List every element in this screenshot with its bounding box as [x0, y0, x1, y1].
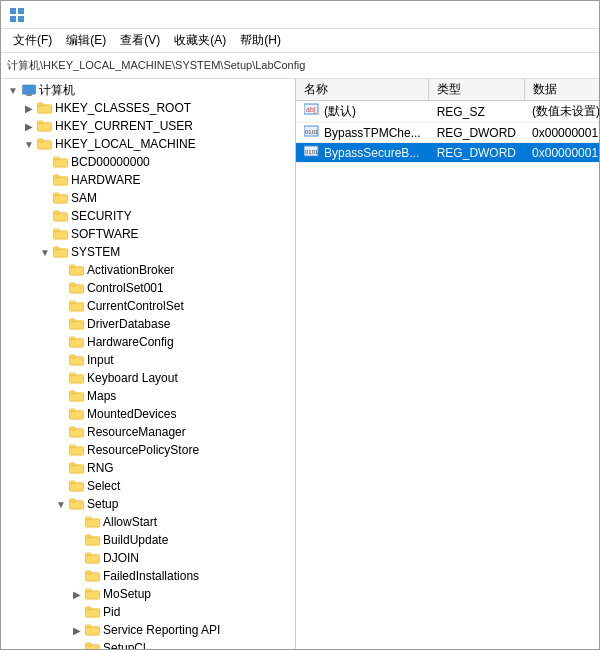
registry-row[interactable]: 0101BypassTPMChe...REG_DWORD0x00000001 (…: [296, 123, 599, 143]
expand-arrow[interactable]: [53, 442, 69, 458]
folder-icon: [53, 245, 69, 259]
tree-item-label: DriverDatabase: [87, 317, 170, 331]
tree-item-build-update[interactable]: BuildUpdate: [1, 531, 295, 549]
tree-item-service-reporting[interactable]: ▶Service Reporting API: [1, 621, 295, 639]
expand-arrow[interactable]: ▼: [53, 496, 69, 512]
menu-item[interactable]: 帮助(H): [234, 30, 287, 51]
expand-arrow[interactable]: [69, 514, 85, 530]
registry-pane[interactable]: 名称 类型 数据 ab|(默认)REG_SZ(数值未设置)0101BypassT…: [296, 79, 599, 649]
menu-item[interactable]: 收藏夹(A): [168, 30, 232, 51]
tree-item-failed-installations[interactable]: FailedInstallations: [1, 567, 295, 585]
tree-item-setup-cl[interactable]: SetupCl: [1, 639, 295, 649]
expand-arrow[interactable]: [53, 370, 69, 386]
tree-item-activation-broker[interactable]: ActivationBroker: [1, 261, 295, 279]
tree-item-pid[interactable]: Pid: [1, 603, 295, 621]
expand-arrow[interactable]: ▶: [21, 118, 37, 134]
tree-item-allow-start[interactable]: AllowStart: [1, 513, 295, 531]
folder-icon: [21, 83, 37, 97]
menu-item[interactable]: 编辑(E): [60, 30, 112, 51]
svg-rect-12: [54, 158, 68, 166]
expand-arrow[interactable]: ▶: [21, 100, 37, 116]
expand-arrow[interactable]: [53, 298, 69, 314]
tree-item-local-machine[interactable]: ▼HKEY_LOCAL_MACHINE: [1, 135, 295, 153]
tree-item-classes-root[interactable]: ▶HKEY_CLASSES_ROOT: [1, 99, 295, 117]
svg-rect-10: [38, 140, 52, 148]
tree-item-current-user[interactable]: ▶HKEY_CURRENT_USER: [1, 117, 295, 135]
main-content: ▼计算机▶HKEY_CLASSES_ROOT▶HKEY_CURRENT_USER…: [1, 79, 599, 649]
expand-arrow[interactable]: [53, 280, 69, 296]
expand-arrow[interactable]: [53, 262, 69, 278]
svg-rect-11: [38, 138, 44, 141]
folder-icon: [85, 605, 101, 619]
folder-icon: [85, 641, 101, 649]
tree-item-hardware[interactable]: HARDWARE: [1, 171, 295, 189]
expand-arrow[interactable]: [37, 172, 53, 188]
expand-arrow[interactable]: [53, 352, 69, 368]
tree-item-rng[interactable]: RNG: [1, 459, 295, 477]
tree-item-keyboard-layout[interactable]: Keyboard Layout: [1, 369, 295, 387]
tree-item-sam[interactable]: SAM: [1, 189, 295, 207]
expand-arrow[interactable]: [69, 604, 85, 620]
expand-arrow[interactable]: [69, 568, 85, 584]
svg-rect-21: [54, 228, 60, 231]
tree-item-current-control-set[interactable]: CurrentControlSet: [1, 297, 295, 315]
svg-rect-52: [86, 518, 100, 526]
expand-arrow[interactable]: [53, 316, 69, 332]
expand-arrow[interactable]: [37, 154, 53, 170]
expand-arrow[interactable]: ▶: [69, 622, 85, 638]
tree-item-resource-manager[interactable]: ResourceManager: [1, 423, 295, 441]
registry-table: 名称 类型 数据 ab|(默认)REG_SZ(数值未设置)0101BypassT…: [296, 79, 599, 163]
tree-item-control-set001[interactable]: ControlSet001: [1, 279, 295, 297]
svg-rect-1: [18, 8, 24, 14]
svg-rect-46: [70, 464, 84, 472]
expand-arrow[interactable]: [69, 640, 85, 649]
registry-row[interactable]: 0101BypassSecureB...REG_DWORD0x00000001 …: [296, 143, 599, 163]
expand-arrow[interactable]: [69, 550, 85, 566]
expand-arrow[interactable]: [53, 334, 69, 350]
svg-rect-51: [70, 498, 76, 501]
tree-item-resource-policy-store[interactable]: ResourcePolicyStore: [1, 441, 295, 459]
tree-item-hardware-config[interactable]: HardwareConfig: [1, 333, 295, 351]
tree-item-input[interactable]: Input: [1, 351, 295, 369]
svg-rect-59: [86, 570, 92, 573]
tree-item-djoin[interactable]: DJOIN: [1, 549, 295, 567]
reg-type-cell: REG_DWORD: [429, 143, 524, 163]
expand-arrow[interactable]: [37, 208, 53, 224]
expand-arrow[interactable]: ▼: [37, 244, 53, 260]
expand-arrow[interactable]: ▼: [5, 82, 21, 98]
expand-arrow[interactable]: [37, 190, 53, 206]
svg-rect-3: [18, 16, 24, 22]
tree-item-mo-setup[interactable]: ▶MoSetup: [1, 585, 295, 603]
menu-item[interactable]: 查看(V): [114, 30, 166, 51]
tree-item-setup[interactable]: ▼Setup: [1, 495, 295, 513]
expand-arrow[interactable]: [69, 532, 85, 548]
expand-arrow[interactable]: [53, 478, 69, 494]
tree-item-bcd[interactable]: BCD00000000: [1, 153, 295, 171]
tree-item-label: CurrentControlSet: [87, 299, 184, 313]
dword-icon: 0101: [304, 125, 320, 137]
tree-item-select[interactable]: Select: [1, 477, 295, 495]
tree-item-mounted-devices[interactable]: MountedDevices: [1, 405, 295, 423]
tree-item-driver-database[interactable]: DriverDatabase: [1, 315, 295, 333]
tree-item-system[interactable]: ▼SYSTEM: [1, 243, 295, 261]
tree-item-computer[interactable]: ▼计算机: [1, 81, 295, 99]
expand-arrow[interactable]: [53, 406, 69, 422]
col-data: 数据: [524, 79, 599, 101]
expand-arrow[interactable]: [53, 460, 69, 476]
reg-name-cell: 0101BypassTPMChe...: [296, 123, 429, 143]
registry-row[interactable]: ab|(默认)REG_SZ(数值未设置): [296, 101, 599, 123]
folder-icon: [53, 191, 69, 205]
expand-arrow[interactable]: [53, 388, 69, 404]
expand-arrow[interactable]: ▶: [69, 586, 85, 602]
tree-pane[interactable]: ▼计算机▶HKEY_CLASSES_ROOT▶HKEY_CURRENT_USER…: [1, 79, 296, 649]
expand-arrow[interactable]: [37, 226, 53, 242]
folder-icon: [69, 281, 85, 295]
tree-item-security[interactable]: SECURITY: [1, 207, 295, 225]
menu-item[interactable]: 文件(F): [7, 30, 58, 51]
tree-item-maps[interactable]: Maps: [1, 387, 295, 405]
tree-item-software-hklm[interactable]: SOFTWARE: [1, 225, 295, 243]
svg-rect-36: [70, 374, 84, 382]
expand-arrow[interactable]: ▼: [21, 136, 37, 152]
expand-arrow[interactable]: [53, 424, 69, 440]
svg-rect-47: [70, 462, 76, 465]
